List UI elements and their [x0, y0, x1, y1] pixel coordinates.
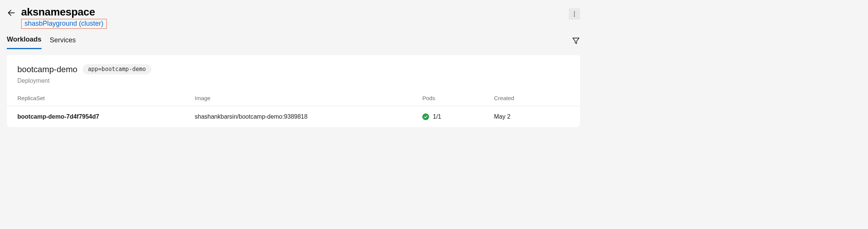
filter-button[interactable]	[572, 37, 580, 45]
workload-card: bootcamp-demo app=bootcamp-demo Deployme…	[7, 55, 580, 127]
workload-kind: Deployment	[17, 77, 569, 84]
breadcrumb-link-cluster[interactable]: shasbPlayground (cluster)	[25, 20, 103, 27]
tab-workloads[interactable]: Workloads	[7, 36, 42, 49]
breadcrumb-highlight: shasbPlayground (cluster)	[21, 19, 107, 29]
workload-name: bootcamp-demo	[17, 65, 77, 74]
table-header: ReplicaSet Image Pods Created	[7, 95, 580, 106]
table-row[interactable]: bootcamp-demo-7d4f7954d7 shashankbarsin/…	[7, 106, 580, 127]
more-vertical-icon	[571, 11, 578, 17]
created-date: May 2	[494, 113, 569, 120]
col-header-replicaset: ReplicaSet	[17, 95, 195, 101]
tab-services[interactable]: Services	[50, 36, 76, 49]
svg-point-2	[574, 14, 575, 14]
pods-count: 1/1	[433, 113, 441, 120]
col-header-created: Created	[494, 95, 569, 101]
tab-bar: Workloads Services	[7, 36, 580, 49]
back-button[interactable]	[7, 8, 16, 17]
filter-icon	[572, 37, 580, 45]
col-header-pods: Pods	[422, 95, 494, 101]
status-ok-icon	[422, 113, 429, 120]
svg-point-1	[574, 12, 575, 12]
replicaset-name: bootcamp-demo-7d4f7954d7	[17, 113, 195, 120]
page-title: aksnamespace	[21, 6, 569, 18]
svg-point-3	[574, 15, 575, 16]
replicaset-image: shashankbarsin/bootcamp-demo:9389818	[195, 113, 422, 120]
col-header-image: Image	[195, 95, 422, 101]
replicaset-table: ReplicaSet Image Pods Created bootcamp-d…	[7, 95, 580, 127]
svg-marker-4	[573, 38, 579, 44]
more-menu-button[interactable]	[569, 8, 580, 20]
workload-label-tag: app=bootcamp-demo	[83, 64, 151, 74]
